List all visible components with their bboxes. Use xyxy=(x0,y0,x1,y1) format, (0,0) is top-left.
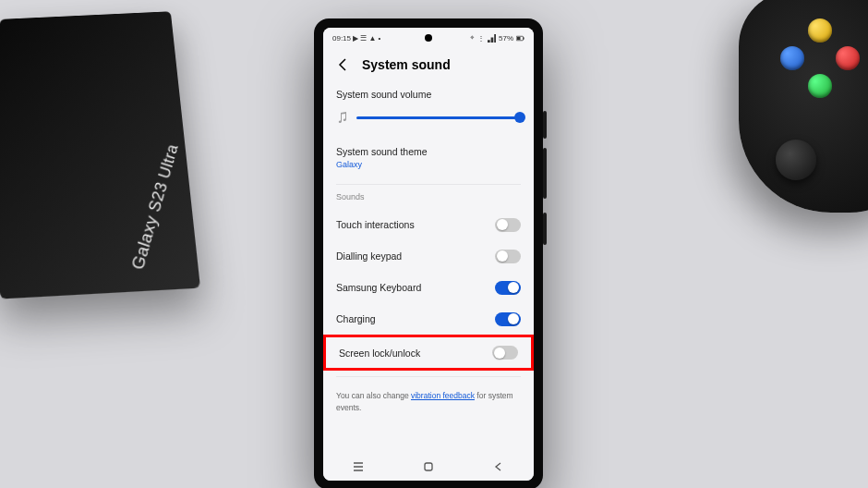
controller-y-button xyxy=(808,18,832,43)
theme-value: Galaxy xyxy=(336,160,521,169)
home-button[interactable] xyxy=(410,460,447,473)
signal-icon xyxy=(488,34,496,43)
svg-rect-1 xyxy=(517,37,521,40)
screen-lock-label: Screen lock/unlock xyxy=(339,348,420,359)
footer-prefix: You can also change xyxy=(336,391,411,400)
dialling-keypad-label: Dialling keypad xyxy=(336,250,402,262)
samsung-keyboard-label: Samsung Keyboard xyxy=(336,282,421,293)
touch-interactions-label: Touch interactions xyxy=(336,219,415,230)
volume-up-button xyxy=(543,111,547,139)
theme-label: System sound theme xyxy=(336,146,521,157)
footer-note: You can also change vibration feedback f… xyxy=(336,376,521,427)
battery-icon xyxy=(516,34,524,43)
status-icons-left: ▶ ☰ ▲ • xyxy=(353,34,380,43)
page-header: System sound xyxy=(323,48,534,83)
back-icon[interactable] xyxy=(336,57,351,72)
screen-lock-row: Screen lock/unlock xyxy=(339,343,518,362)
toggle-knob xyxy=(494,348,505,359)
volume-section: System sound volume xyxy=(336,83,521,137)
music-note-icon xyxy=(336,111,349,124)
toggle-knob xyxy=(497,219,508,230)
charging-row: Charging xyxy=(336,303,521,335)
front-camera xyxy=(425,34,432,42)
highlighted-setting: Screen lock/unlock xyxy=(323,335,534,371)
controller-x-button xyxy=(780,46,804,70)
dialling-keypad-toggle[interactable] xyxy=(495,250,521,263)
back-button[interactable] xyxy=(480,460,517,473)
page-title: System sound xyxy=(362,57,451,72)
theme-section[interactable]: System sound theme Galaxy xyxy=(336,137,521,178)
navigation-bar xyxy=(323,453,534,481)
dialling-keypad-row: Dialling keypad xyxy=(336,240,521,272)
wifi-icon: ⋮ xyxy=(477,34,485,43)
sounds-section-title: Sounds xyxy=(336,184,521,209)
samsung-keyboard-row: Samsung Keyboard xyxy=(336,272,521,303)
samsung-keyboard-toggle[interactable] xyxy=(495,281,521,295)
status-right: ⌖ ⋮ 57% xyxy=(470,33,524,43)
bluetooth-icon: ⌖ xyxy=(470,33,475,43)
controller-stick xyxy=(776,140,816,180)
controller-a-button xyxy=(808,74,832,98)
box-product-name: Galaxy S23 Ultra xyxy=(128,142,183,273)
screen-lock-toggle[interactable] xyxy=(492,346,518,360)
product-box: Galaxy S23 Ultra xyxy=(0,11,200,299)
volume-slider-thumb[interactable] xyxy=(514,112,525,123)
volume-label: System sound volume xyxy=(336,89,521,100)
game-controller xyxy=(739,0,868,213)
charging-label: Charging xyxy=(336,313,376,324)
volume-slider-row xyxy=(336,111,521,124)
power-button xyxy=(543,213,547,245)
volume-down-button xyxy=(543,148,547,199)
touch-interactions-row: Touch interactions xyxy=(336,209,521,240)
svg-rect-3 xyxy=(425,463,432,470)
toggle-knob xyxy=(508,282,519,293)
volume-slider[interactable] xyxy=(356,116,521,119)
touch-interactions-toggle[interactable] xyxy=(495,218,521,232)
status-left: 09:15 ▶ ☰ ▲ • xyxy=(332,34,380,43)
battery-percent: 57% xyxy=(499,34,513,43)
phone-screen: 09:15 ▶ ☰ ▲ • ⌖ ⋮ 57% System sound Syste… xyxy=(323,28,534,481)
status-time: 09:15 xyxy=(332,34,351,43)
phone-device: 09:15 ▶ ☰ ▲ • ⌖ ⋮ 57% System sound Syste… xyxy=(314,18,543,488)
toggle-knob xyxy=(497,250,508,262)
charging-toggle[interactable] xyxy=(495,312,521,326)
vibration-feedback-link[interactable]: vibration feedback xyxy=(411,391,475,400)
svg-rect-2 xyxy=(524,37,524,39)
recent-apps-button[interactable] xyxy=(340,460,377,473)
settings-content: System sound volume System sound theme G… xyxy=(323,83,534,427)
toggle-knob xyxy=(508,313,519,324)
controller-b-button xyxy=(836,46,860,70)
